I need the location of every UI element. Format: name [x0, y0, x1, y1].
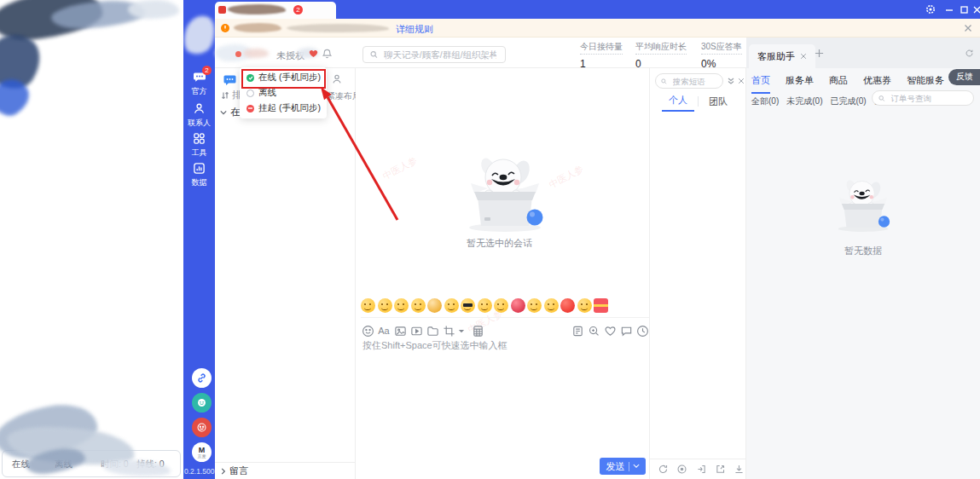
image-upload-icon[interactable]	[393, 324, 407, 338]
mascot-red-button[interactable]	[192, 418, 212, 437]
sidebar-item-official[interactable]: 官方 2	[183, 70, 215, 97]
avatar-redaction-smudge	[180, 12, 220, 58]
invite-review-icon[interactable]	[571, 324, 584, 338]
search-icon	[370, 50, 378, 59]
filter-unfinished[interactable]: 未完成(0)	[786, 95, 822, 107]
emoji-pleading[interactable]	[577, 298, 592, 313]
refresh-icon[interactable]	[657, 463, 670, 476]
sidebar-item-label: 联系人	[183, 118, 215, 129]
tab-personal[interactable]: 个人	[662, 94, 694, 112]
nav-products[interactable]: 商品	[829, 74, 848, 94]
status-row-redaction-smudge	[215, 44, 252, 61]
screenshot-crop-icon[interactable]	[442, 324, 455, 338]
jingmai-button[interactable]: M 京麦	[192, 442, 212, 462]
global-search-input[interactable]	[382, 49, 498, 61]
unauthorized-label: 未授权	[276, 49, 304, 62]
background-window: 在线 离线 时间: 0 掉线: 0	[0, 0, 183, 479]
assistant-tab[interactable]: 客服助手	[749, 44, 815, 68]
close-phrase-panel-icon[interactable]	[738, 78, 745, 84]
app-sidebar: 官方 2 联系人 工具 数据	[183, 0, 215, 479]
nav-service-order[interactable]: 服务单	[786, 74, 814, 94]
notice-rules-link[interactable]: 详细规则	[396, 23, 433, 36]
emoji-smile[interactable]	[494, 298, 508, 313]
search-order-icon[interactable]	[587, 324, 600, 338]
bell-icon[interactable]	[322, 49, 332, 59]
video-icon[interactable]	[409, 324, 423, 338]
feedback-button[interactable]: 反馈	[948, 69, 980, 85]
emoji-grin[interactable]	[361, 298, 375, 313]
history-clock-icon[interactable]	[635, 324, 649, 338]
status-option-offline[interactable]: 离线	[240, 85, 327, 101]
send-caret-down-icon[interactable]	[633, 464, 640, 469]
calculator-icon[interactable]	[471, 324, 484, 338]
collapse-double-chevron-icon[interactable]	[727, 77, 735, 85]
link-tool-button[interactable]	[192, 368, 212, 388]
emoji-picker-icon[interactable]	[361, 324, 374, 338]
add-tab-icon[interactable]	[815, 49, 824, 58]
sidebar-item-contacts[interactable]: 联系人	[183, 101, 215, 129]
emoji-gift[interactable]	[594, 298, 608, 313]
record-icon[interactable]	[676, 463, 688, 476]
emoji-rose[interactable]	[511, 298, 525, 313]
sidebar-item-data[interactable]: 数据	[183, 161, 215, 188]
emoji-star-struck[interactable]	[544, 298, 559, 313]
link-icon	[196, 372, 207, 384]
export-icon[interactable]	[714, 463, 727, 476]
filter-finished[interactable]: 已完成(0)	[830, 95, 866, 107]
phrase-search-input[interactable]	[671, 76, 717, 87]
emoji-hand-over-mouth[interactable]	[378, 298, 392, 313]
order-search[interactable]	[872, 90, 974, 106]
workspace-tab[interactable]: 2	[215, 2, 336, 19]
favorite-heart-icon[interactable]	[603, 324, 617, 338]
emoji-sunglasses[interactable]	[461, 298, 475, 313]
refresh-panel-icon[interactable]	[965, 49, 974, 58]
chat-empty-text: 暂无选中的会话	[467, 237, 532, 250]
tab-team[interactable]: 团队	[702, 95, 734, 112]
emoji-heart[interactable]	[560, 298, 575, 313]
conversation-panel: 排序 紧凑布局 在线咨询 留言	[215, 68, 356, 479]
comment-icon[interactable]	[619, 324, 633, 338]
sort-icon	[221, 91, 229, 100]
jingmai-letter: M	[199, 447, 206, 453]
nav-home[interactable]: 首页	[751, 74, 770, 94]
download-icon[interactable]	[733, 463, 745, 476]
mascot-teal-button[interactable]	[192, 393, 212, 413]
notice-close-icon[interactable]	[964, 24, 972, 32]
sidebar-item-tools[interactable]: 工具	[183, 131, 215, 159]
notice-icon	[220, 23, 230, 33]
messages-footer[interactable]: 留言	[215, 462, 355, 479]
send-button[interactable]: 发送	[600, 458, 646, 475]
emoji-victory[interactable]	[411, 298, 426, 313]
import-icon[interactable]	[694, 463, 707, 476]
status-option-suspend[interactable]: 挂起 (手机同步)	[240, 101, 327, 116]
assistant-empty-text: 暂无数据	[844, 245, 882, 257]
online-status-icon	[246, 74, 254, 82]
send-divider	[629, 462, 629, 471]
mascot-face-icon	[196, 397, 207, 408]
status-dropdown-menu: 在线 (手机同步) 离线 挂起 (手机同步)	[240, 67, 327, 118]
minimize-button[interactable]	[943, 3, 955, 15]
global-search[interactable]	[362, 46, 506, 63]
maximize-button[interactable]	[958, 3, 970, 15]
maximize-icon	[960, 6, 968, 14]
file-folder-icon[interactable]	[426, 324, 439, 338]
emoji-triumph[interactable]	[478, 298, 492, 313]
filter-all[interactable]: 全部(0)	[751, 95, 779, 107]
close-tab-icon[interactable]	[800, 53, 807, 60]
stat-avg-response: 平均响应时长 0	[635, 41, 687, 70]
emoji-unamused[interactable]	[394, 298, 409, 313]
emoji-thumbs-up[interactable]	[527, 298, 542, 313]
settings-button[interactable]	[925, 3, 937, 15]
status-option-online[interactable]: 在线 (手机同步)	[240, 70, 327, 85]
order-search-input[interactable]	[890, 93, 967, 104]
send-label: 发送	[606, 460, 625, 473]
contact-person-icon[interactable]	[331, 73, 343, 85]
emoji-thinking[interactable]	[444, 298, 459, 313]
dongdong-bubble-icon[interactable]	[223, 73, 237, 87]
heart-icon[interactable]	[309, 49, 318, 58]
phrase-search[interactable]	[655, 73, 723, 89]
screenshot-caret-down-icon[interactable]	[458, 326, 465, 336]
emoji-handshake[interactable]	[427, 298, 442, 313]
close-window-button[interactable]	[971, 3, 980, 15]
font-style-icon[interactable]: Aa	[377, 324, 391, 338]
